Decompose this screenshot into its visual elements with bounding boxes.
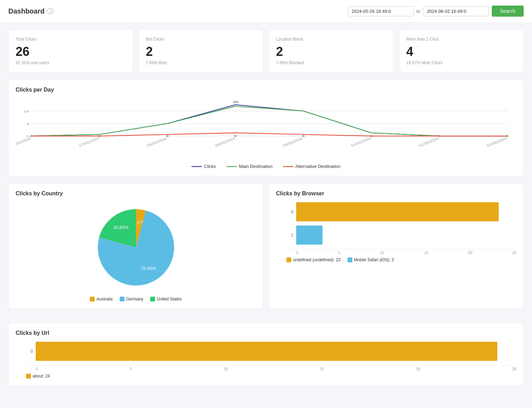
bar-legend-item-0: about: 24 — [26, 374, 50, 379]
page-title: Dashboard — [8, 7, 44, 15]
bar-container-0 — [296, 202, 516, 221]
bar-legend-color-0 — [26, 374, 31, 379]
bar-legend: about: 24 — [26, 374, 516, 379]
stat-card-3: More than 1 Click 4 16.67% Multi Clicks — [399, 29, 524, 73]
bar-legend-item-1: Mobile Safari (iOS): 3 — [347, 257, 394, 262]
bar-index-0: 0 — [26, 349, 33, 354]
header-right: to Search — [348, 6, 524, 17]
date-separator: to — [417, 9, 420, 14]
clicks-per-day-title: Clicks per Day — [16, 87, 516, 93]
bar-axis: 0510152025 — [26, 365, 516, 371]
browser-bar-chart: 0 1 0510152025undefined (undefined): 23M… — [276, 202, 516, 262]
stat-label-2: Location Block — [276, 37, 386, 42]
main-content: Total Clicks 26 92.31% real users Bot Cl… — [0, 23, 532, 400]
bar-row-1: 1 — [286, 226, 516, 245]
bar-index-0: 0 — [286, 210, 293, 214]
stat-sub-0: 92.31% real users — [16, 60, 126, 65]
axis-label-25: 25 — [512, 367, 516, 371]
svg-text:29/05/2024: 29/05/2024 — [214, 137, 236, 147]
clicks-by-country-title: Clicks by Country — [16, 190, 256, 197]
stat-card-1: Bot Clicks 2 7.69% Bots — [139, 29, 264, 73]
stat-label-0: Total Clicks — [16, 37, 126, 42]
legend-label-0: Australia — [96, 297, 113, 301]
bar-container-1 — [296, 226, 516, 245]
bar-row-0: 0 — [26, 342, 516, 361]
svg-text:02/06/2024: 02/06/2024 — [486, 137, 508, 147]
pie-legend-item-2: United States — [150, 297, 182, 301]
axis-label-20: 20 — [416, 367, 420, 371]
stat-sub-1: 7.69% Bots — [146, 60, 256, 65]
svg-text:20.83%: 20.83% — [113, 225, 129, 230]
line-legend: ClicksMain DestinationAlternative Destin… — [16, 164, 516, 169]
stat-value-3: 4 — [406, 44, 517, 59]
axis-label-15: 15 — [424, 250, 428, 255]
svg-text:31/05/2024: 31/05/2024 — [350, 137, 372, 147]
bar-fill-0 — [296, 202, 499, 221]
axis-label-0: 0 — [36, 367, 38, 371]
bar-chart-inner: 0 0510152025about: 24 — [16, 342, 516, 379]
bar-legend-label-0: about: 24 — [33, 374, 50, 379]
two-col-row: Clicks by Country 4.17%75.00%20.83% Aust… — [8, 183, 524, 316]
clicks-by-url-title: Clicks by Url — [16, 330, 516, 336]
stat-sub-2: 7.69% Blocked — [276, 60, 386, 65]
axis-label-15: 15 — [320, 367, 324, 371]
axis-label-5: 5 — [130, 367, 132, 371]
clicks-by-browser-card: Clicks by Browser 0 1 0510152025undefine… — [269, 183, 524, 309]
axis-label-10: 10 — [224, 367, 228, 371]
bar-chart-inner: 0 1 0510152025undefined (undefined): 23M… — [276, 202, 516, 262]
date-from-input[interactable] — [348, 6, 414, 16]
axis-label-10: 10 — [380, 250, 384, 255]
stat-card-0: Total Clicks 26 92.31% real users — [8, 29, 133, 73]
bar-fill-0 — [36, 342, 497, 361]
svg-text:27/05/2024: 27/05/2024 — [78, 137, 100, 147]
svg-text:20: 20 — [233, 100, 238, 104]
legend-color-0 — [90, 297, 95, 301]
stat-value-0: 26 — [16, 44, 126, 59]
line-legend-item-2: Alternative Destination — [283, 164, 341, 169]
clicks-by-browser-title: Clicks by Browser — [276, 190, 516, 197]
stat-value-1: 2 — [146, 44, 256, 59]
line-legend-item-0: Clicks — [191, 164, 216, 169]
stats-row: Total Clicks 26 92.31% real users Bot Cl… — [8, 29, 524, 73]
stat-sub-3: 16.67% Multi Clicks — [406, 60, 517, 65]
bar-legend-color-1 — [347, 257, 352, 262]
bar-container-0 — [36, 342, 516, 361]
header-left: Dashboard i — [8, 7, 53, 15]
svg-text:26/05/2024: 26/05/2024 — [16, 137, 32, 147]
line-legend-item-1: Main Destination — [226, 164, 273, 169]
axis-label-0: 0 — [296, 250, 298, 255]
bar-fill-1 — [296, 226, 323, 245]
stat-label-1: Bot Clicks — [146, 37, 256, 42]
pie-legend-item-0: Australia — [90, 297, 113, 301]
axis-label-25: 25 — [512, 250, 516, 255]
bar-legend-label-1: Mobile Safari (iOS): 3 — [354, 257, 394, 262]
svg-text:16: 16 — [24, 109, 29, 113]
pie-chart: 4.17%75.00%20.83% — [91, 202, 181, 292]
bar-legend-item-0: undefined (undefined): 23 — [286, 257, 341, 262]
bar-index-1: 1 — [286, 233, 293, 238]
pie-legend-item-1: Germany — [120, 297, 143, 301]
bar-axis: 0510152025 — [286, 249, 516, 255]
stat-card-2: Location Block 2 7.69% Blocked — [269, 29, 394, 73]
url-bar-chart: 0 0510152025about: 24 — [16, 342, 516, 379]
bar-legend-label-0: undefined (undefined): 23 — [293, 257, 341, 262]
legend-label-2: United States — [157, 297, 182, 301]
search-button[interactable]: Search — [492, 6, 524, 17]
pie-wrap: 4.17%75.00%20.83% AustraliaGermanyUnited… — [16, 202, 256, 301]
svg-point-11 — [166, 135, 169, 137]
info-icon[interactable]: i — [47, 8, 53, 14]
clicks-by-country-card: Clicks by Country 4.17%75.00%20.83% Aust… — [8, 183, 263, 309]
svg-point-13 — [234, 135, 237, 137]
stat-value-2: 2 — [276, 44, 386, 59]
bar-legend: undefined (undefined): 23Mobile Safari (… — [286, 257, 516, 262]
header: Dashboard i to Search — [0, 0, 532, 23]
legend-label-1: Germany — [126, 297, 143, 301]
legend-color-1 — [120, 297, 125, 301]
clicks-by-url-card: Clicks by Url 0 0510152025about: 24 — [8, 323, 524, 386]
bar-legend-color-0 — [286, 257, 291, 262]
svg-point-15 — [302, 135, 305, 137]
date-to-input[interactable] — [423, 6, 489, 16]
line-chart-wrap: 081626/05/202427/05/202428/05/202429/05/… — [16, 99, 516, 169]
svg-text:30/05/2024: 30/05/2024 — [282, 137, 304, 147]
bar-row-0: 0 — [286, 202, 516, 221]
